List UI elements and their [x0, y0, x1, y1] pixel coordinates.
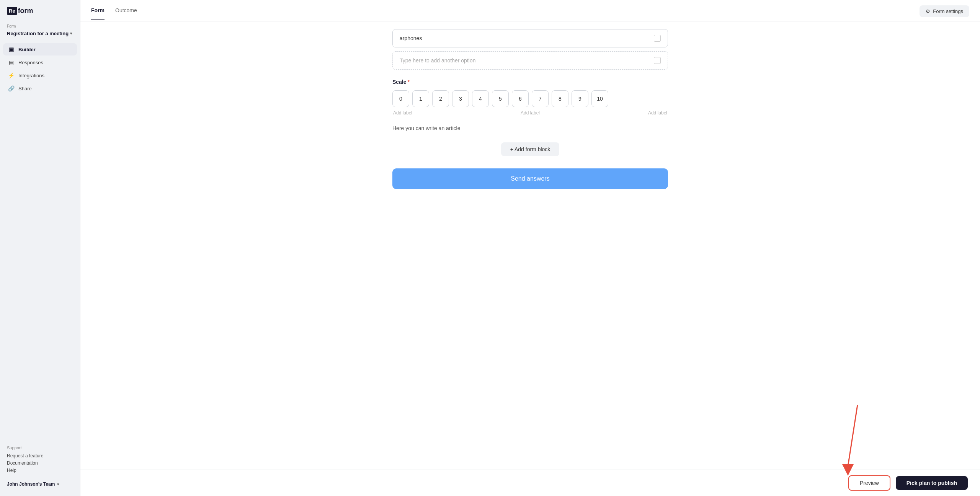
scale-number-3[interactable]: 3 [452, 90, 469, 107]
scale-number-9[interactable]: 9 [572, 90, 588, 107]
logo-text: form [18, 7, 33, 15]
integrations-icon: ⚡ [8, 72, 15, 78]
request-feature-link[interactable]: Request a feature [7, 453, 73, 458]
scale-section: Scale* 012345678910 Add label Add label … [392, 79, 668, 116]
scale-numbers: 012345678910 [392, 90, 668, 107]
bottom-bar: Preview Pick plan to publish [80, 470, 980, 496]
gear-icon: ⚙ [926, 8, 930, 14]
scale-number-2[interactable]: 2 [432, 90, 449, 107]
scale-number-0[interactable]: 0 [392, 90, 409, 107]
form-name-row[interactable]: Registration for a meeting ▾ [0, 31, 80, 43]
builder-icon: ▣ [8, 46, 15, 52]
scale-labels-row: Add label Add label Add label [392, 110, 668, 116]
scale-number-4[interactable]: 4 [472, 90, 489, 107]
option-checkbox-placeholder[interactable] [654, 57, 661, 64]
sidebar-item-label-responses: Responses [18, 60, 43, 65]
add-label-2[interactable]: Add label [648, 110, 667, 116]
logo-box: Re [7, 7, 17, 15]
form-settings-button[interactable]: ⚙ Form settings [920, 5, 969, 17]
scale-number-6[interactable]: 6 [512, 90, 529, 107]
scale-number-8[interactable]: 8 [552, 90, 568, 107]
add-label-1[interactable]: Add label [521, 110, 540, 116]
sidebar-item-integrations[interactable]: ⚡ Integrations [3, 69, 77, 82]
sidebar-bottom: Support Request a feature Documentation … [0, 445, 80, 489]
scale-number-5[interactable]: 5 [492, 90, 509, 107]
option-text-earphones: arphones [400, 35, 422, 41]
scale-number-10[interactable]: 10 [591, 90, 608, 107]
form-inner: arphones Type here to add another option… [385, 21, 676, 201]
option-row-placeholder[interactable]: Type here to add another option [392, 51, 668, 70]
sidebar-nav: ▣ Builder ▤ Responses ⚡ Integrations 🔗 S… [0, 43, 80, 95]
add-label-0[interactable]: Add label [393, 110, 412, 116]
top-bar: Form Outcome ⚙ Form settings [80, 0, 980, 21]
sidebar-item-label-builder: Builder [18, 47, 36, 52]
sidebar-section-label: Form [0, 24, 80, 31]
add-form-block-row: + Add form block [392, 142, 668, 156]
option-text-placeholder: Type here to add another option [400, 57, 475, 64]
article-section: Here you can write an article [392, 125, 668, 132]
option-row-earphones[interactable]: arphones [392, 29, 668, 47]
tab-outcome[interactable]: Outcome [115, 7, 137, 20]
article-text: Here you can write an article [392, 125, 460, 131]
preview-button[interactable]: Preview [848, 475, 890, 491]
team-chevron-icon: ▾ [57, 482, 59, 487]
tab-form[interactable]: Form [91, 7, 105, 20]
team-row[interactable]: John Johnson's Team ▾ [7, 479, 73, 489]
sidebar-item-share[interactable]: 🔗 Share [3, 82, 77, 95]
sidebar-item-responses[interactable]: ▤ Responses [3, 56, 77, 69]
scale-number-1[interactable]: 1 [412, 90, 429, 107]
team-name: John Johnson's Team [7, 481, 55, 487]
sidebar-item-label-integrations: Integrations [18, 73, 44, 78]
option-checkbox-earphones[interactable] [654, 35, 661, 42]
send-answers-button[interactable]: Send answers [392, 168, 668, 189]
form-settings-label: Form settings [933, 8, 963, 14]
add-form-block-label: + Add form block [510, 146, 550, 152]
pick-plan-button[interactable]: Pick plan to publish [896, 476, 968, 490]
help-link[interactable]: Help [7, 468, 73, 473]
scale-number-7[interactable]: 7 [532, 90, 549, 107]
add-form-block-button[interactable]: + Add form block [501, 142, 560, 156]
top-tabs: Form Outcome [91, 7, 137, 20]
form-content: arphones Type here to add another option… [80, 21, 980, 470]
sidebar-item-label-share: Share [18, 86, 32, 91]
sidebar-item-builder[interactable]: ▣ Builder [3, 43, 77, 55]
chevron-down-icon: ▾ [70, 31, 72, 36]
sidebar: Re form Form Registration for a meeting … [0, 0, 80, 496]
share-icon: 🔗 [8, 85, 15, 91]
form-name: Registration for a meeting [7, 31, 69, 36]
responses-icon: ▤ [8, 59, 15, 65]
support-label: Support [7, 445, 73, 450]
main: Form Outcome ⚙ Form settings arphones Ty… [80, 0, 980, 496]
logo: Re form [0, 7, 80, 24]
scale-label: Scale* [392, 79, 668, 85]
documentation-link[interactable]: Documentation [7, 460, 73, 466]
